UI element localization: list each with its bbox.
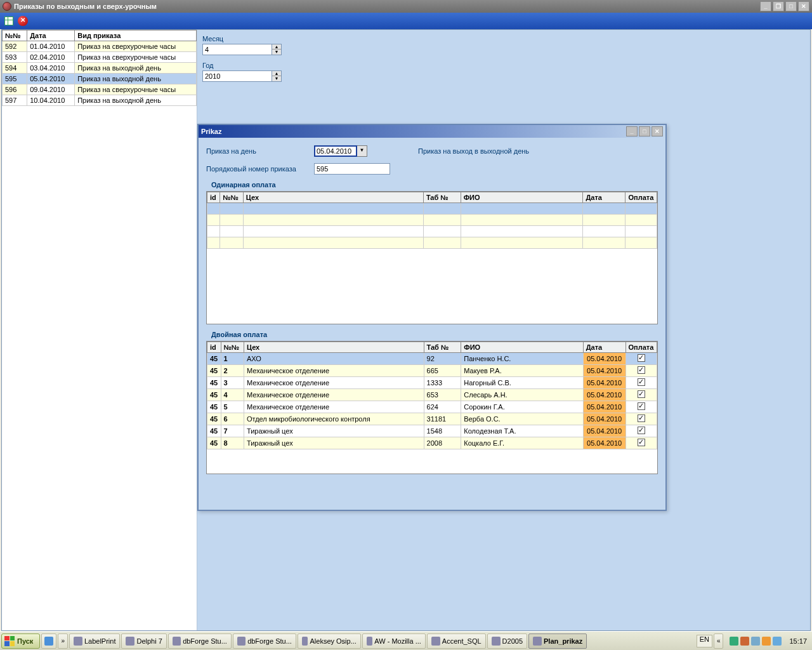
app-icon <box>173 637 181 646</box>
prikaz-title-bar[interactable]: Prikaz _ □ ✕ <box>199 125 665 138</box>
taskbar-item[interactable]: Accent_SQL <box>427 633 486 649</box>
table-row[interactable]: 457Тиражный цех1548Колодезная Т.А.05.04.… <box>207 425 657 437</box>
checkbox[interactable] <box>638 427 645 434</box>
taskbar-item[interactable]: AW - Mozilla ... <box>362 633 426 649</box>
main-window-title: Приказы по выходным и сверх-урочным <box>14 3 157 10</box>
toolbar: ✕ <box>0 13 812 29</box>
single-pay-grid[interactable]: id№№ЦехТаб №ФИОДатаОплата <box>206 191 658 324</box>
minimize-button[interactable]: _ <box>760 1 771 11</box>
tray-icon[interactable] <box>740 637 749 646</box>
year-label: Год <box>202 62 805 69</box>
month-input[interactable] <box>202 44 272 55</box>
tray-icon[interactable] <box>762 637 771 646</box>
table-row[interactable]: 453Механическое отделение1333Нагорный С.… <box>207 377 657 389</box>
checkbox[interactable] <box>638 366 645 374</box>
taskbar-item[interactable]: D2005 <box>487 633 527 649</box>
grid-column-header[interactable]: ФИО <box>461 342 583 353</box>
grid-column-header[interactable]: Дата <box>583 192 625 203</box>
prikaz-minimize-button[interactable]: _ <box>626 126 638 136</box>
clock[interactable]: 15:17 <box>785 637 811 645</box>
start-button[interactable]: Пуск <box>1 633 40 649</box>
orders-column-header[interactable]: №№ <box>3 30 27 41</box>
grid-column-header[interactable]: Дата <box>583 342 625 353</box>
table-row[interactable]: 454Механическое отделение653Слесарь А.Н.… <box>207 389 657 401</box>
checkbox[interactable] <box>638 354 645 362</box>
quick-launch-desktop[interactable] <box>41 633 56 649</box>
taskbar-item[interactable]: Delphi 7 <box>121 633 166 649</box>
table-row[interactable]: 452Механическое отделение665Макуев Р.А.0… <box>207 365 657 377</box>
table-row[interactable]: 456Отдел микробиологического контроля311… <box>207 413 657 425</box>
taskbar-item[interactable]: dbForge Stu... <box>168 633 232 649</box>
tray-icon[interactable] <box>773 637 782 646</box>
checkbox[interactable] <box>638 390 645 398</box>
single-pay-title: Одинарная оплата <box>211 181 658 189</box>
table-row[interactable] <box>207 203 657 215</box>
tray-icon[interactable] <box>730 637 738 646</box>
orders-row[interactable]: 59302.04.2010Приказ на сверхурочные часы <box>3 52 197 63</box>
grid-column-header[interactable]: id <box>207 192 220 203</box>
grid-column-header[interactable]: Таб № <box>424 342 461 353</box>
quick-launch-more[interactable]: » <box>58 633 68 649</box>
grid-toolbar-button[interactable] <box>4 16 14 26</box>
orders-row[interactable]: 59505.04.2010Приказ на выходной день <box>3 74 197 84</box>
checkbox[interactable] <box>638 415 645 422</box>
table-row[interactable] <box>207 226 657 237</box>
app-icon <box>492 637 501 646</box>
grid-column-header[interactable]: №№ <box>220 192 244 203</box>
prikaz-date-label: Приказ на день <box>206 147 308 155</box>
main-window-title-bar: Приказы по выходным и сверх-урочным _ ❐ … <box>0 0 812 13</box>
right-pane: Месяц ▲▼ Год ▲▼ Prikaz _ □ ✕ Прика <box>197 30 810 630</box>
checkbox[interactable] <box>638 402 645 410</box>
orders-row[interactable]: 59403.04.2010Приказ на выходной день <box>3 63 197 74</box>
taskbar-item[interactable]: LabelPrint <box>69 633 121 649</box>
grid-column-header[interactable]: Таб № <box>423 192 461 203</box>
grid-column-header[interactable]: ФИО <box>461 192 583 203</box>
prikaz-num-input[interactable] <box>314 163 390 175</box>
app-icon <box>237 637 246 646</box>
tray-expand[interactable]: « <box>714 633 724 649</box>
checkbox[interactable] <box>638 439 645 446</box>
close-icon: ✕ <box>18 16 28 26</box>
table-row[interactable] <box>207 237 657 249</box>
checkbox[interactable] <box>638 378 645 386</box>
chevron-down-icon[interactable]: ▼ <box>357 145 367 157</box>
restore-button[interactable]: ❐ <box>773 1 784 11</box>
grid-column-header[interactable]: Оплата <box>625 192 657 203</box>
table-row[interactable]: 458Тиражный цех2008Коцкало Е.Г.05.04.201… <box>207 437 657 449</box>
system-tray <box>727 637 784 646</box>
prikaz-maximize-button[interactable]: □ <box>639 126 650 136</box>
double-pay-grid[interactable]: id№№ЦехТаб №ФИОДатаОплата451АХО92Панченк… <box>206 341 658 474</box>
year-spinner[interactable]: ▲▼ <box>272 70 282 82</box>
taskbar-item[interactable]: Aleksey Osip... <box>298 633 361 649</box>
grid-icon <box>4 17 13 25</box>
tray-icon[interactable] <box>751 637 760 646</box>
orders-row[interactable]: 59201.04.2010Приказ на сверхурочные часы <box>3 41 197 52</box>
grid-column-header[interactable]: Оплата <box>625 342 657 353</box>
orders-row[interactable]: 59609.04.2010Приказ на сверхурочные часы <box>3 84 197 95</box>
maximize-button[interactable]: □ <box>785 1 797 11</box>
taskbar-item[interactable]: Plan_prikaz <box>528 633 587 649</box>
table-row[interactable]: 455Механическое отделение624Сорокин Г.А.… <box>207 401 657 413</box>
close-button[interactable]: ✕ <box>798 1 809 11</box>
desktop-icon <box>44 637 53 646</box>
grid-column-header[interactable]: №№ <box>221 342 244 353</box>
language-indicator[interactable]: EN <box>697 635 712 647</box>
grid-column-header[interactable]: Цех <box>244 342 424 353</box>
orders-table[interactable]: №№ДатаВид приказа 59201.04.2010Приказ на… <box>2 30 197 106</box>
table-row[interactable]: 451АХО92Панченко Н.С.05.04.2010 <box>207 353 657 365</box>
close-toolbar-button[interactable]: ✕ <box>18 16 28 26</box>
orders-column-header[interactable]: Дата <box>27 30 75 41</box>
prikaz-close-button[interactable]: ✕ <box>652 126 663 136</box>
grid-column-header[interactable]: id <box>207 342 221 353</box>
taskbar-item[interactable]: dbForge Stu... <box>233 633 296 649</box>
prikaz-type-text: Приказ на выход в выходной день <box>418 147 529 155</box>
prikaz-date-input[interactable] <box>314 145 357 157</box>
month-spinner[interactable]: ▲▼ <box>272 44 282 55</box>
grid-column-header[interactable]: Цех <box>243 192 423 203</box>
year-input[interactable] <box>202 70 272 82</box>
orders-row[interactable]: 59710.04.2010Приказ на выходной день <box>3 95 197 106</box>
prikaz-date-picker[interactable]: ▼ <box>314 145 367 157</box>
table-row[interactable] <box>207 215 657 226</box>
orders-column-header[interactable]: Вид приказа <box>75 30 197 41</box>
prikaz-window: Prikaz _ □ ✕ Приказ на день ▼ Приказ на … <box>197 124 667 511</box>
